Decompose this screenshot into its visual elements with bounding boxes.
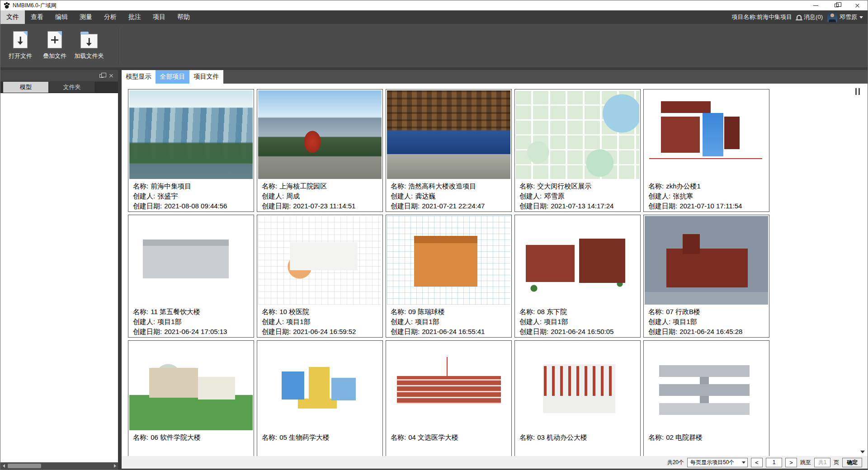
current-page-input[interactable]: 1	[766, 458, 782, 467]
restore-button[interactable]	[826, 0, 847, 10]
creator-label: 创建人:	[391, 318, 413, 325]
user-menu[interactable]: 邓雪原	[827, 12, 863, 22]
project-thumbnail	[645, 342, 768, 430]
project-info: 名称:07 行政B楼 创建人:项目1部 创建日期:2021-06-24 16:4…	[645, 305, 768, 337]
project-info: 名称:04 文选医学大楼	[387, 430, 510, 442]
project-card[interactable]: 名称:09 陈瑞球楼 创建人:项目1部 创建日期:2021-06-24 16:5…	[386, 215, 512, 338]
left-panel-hscrollbar[interactable]	[0, 462, 118, 470]
messages-button[interactable]: 消息(0)	[797, 13, 823, 21]
scroll-left-arrow-icon[interactable]	[0, 462, 7, 470]
project-thumbnail	[258, 342, 382, 430]
project-card[interactable]: 名称:10 校医院 创建人:项目1部 创建日期:2021-06-24 16:59…	[257, 215, 383, 338]
tab-model[interactable]: 模型	[3, 82, 48, 93]
project-card[interactable]: 名称:08 东下院 创建人:项目1部 创建日期:2021-06-24 16:50…	[514, 215, 641, 338]
tab-project-files[interactable]: 项目文件	[189, 70, 223, 84]
project-card[interactable]: 名称:04 文选医学大楼	[386, 340, 512, 456]
tab-model-display[interactable]: 模型显示	[122, 70, 156, 84]
menu-item-view[interactable]: 查看	[25, 10, 49, 24]
project-card[interactable]: 名称:前海中集项目 创建人:张盛宇 创建日期:2021-08-08 09:44:…	[128, 89, 254, 212]
date-label: 创建日期:	[391, 328, 420, 335]
project-card[interactable]: 名称:zkh办公楼1 创建人:张抗寒 创建日期:2021-07-10 17:11…	[643, 89, 769, 212]
creator-label: 创建人:	[262, 192, 284, 200]
pagination-bar: 共20个 每页显示项目50个 1 跳至 共1 页 确定	[122, 456, 868, 470]
project-info: 名称:前海中集项目 创建人:张盛宇 创建日期:2021-08-08 09:44:…	[129, 179, 253, 211]
project-card[interactable]: 名称:03 机动办公大楼	[514, 340, 641, 456]
project-thumbnail	[129, 90, 253, 179]
load-folder-button[interactable]: 加载文件夹	[72, 24, 106, 67]
menu-item-analyze[interactable]: 分析	[98, 10, 123, 24]
name-label: 名称:	[648, 182, 664, 190]
project-card[interactable]: 名称:浩然高科大楼改造项目 创建人:龚达巍 创建日期:2021-07-21 22…	[386, 89, 512, 212]
open-file-button[interactable]: 打开文件	[3, 24, 38, 67]
project-thumbnail	[645, 216, 768, 305]
name-label: 名称:	[262, 433, 277, 441]
project-card[interactable]: 名称:06 软件学院大楼	[128, 340, 254, 456]
name-label: 名称:	[519, 308, 535, 315]
hscroll-thumb[interactable]	[8, 464, 41, 468]
menu-item-annotate[interactable]: 批注	[123, 10, 147, 24]
project-card[interactable]: 名称:交大闵行校区展示 创建人:邓雪原 创建日期:2021-07-13 14:1…	[514, 89, 641, 212]
name-label: 名称:	[391, 308, 406, 315]
scrollbar-grip-icon[interactable]	[855, 88, 860, 95]
project-thumbnail	[129, 342, 253, 430]
project-name-label: 项目名称:前海中集项目	[731, 13, 792, 21]
project-card[interactable]: 名称:上海核工院园区 创建人:周成 创建日期:2021-07-23 11:14:…	[257, 89, 383, 212]
project-info: 名称:zkh办公楼1 创建人:张抗寒 创建日期:2021-07-10 17:11…	[645, 179, 768, 211]
project-info: 名称:08 东下院 创建人:项目1部 创建日期:2021-06-24 16:50…	[516, 305, 639, 337]
jump-page-input[interactable]: 共1	[814, 458, 830, 467]
project-thumbnail	[516, 216, 639, 305]
panel-splitter[interactable]	[118, 70, 122, 470]
project-thumbnail	[387, 342, 510, 430]
project-thumbnail	[516, 342, 639, 430]
overlay-file-icon	[47, 31, 62, 48]
menu-item-measure[interactable]: 测量	[74, 10, 98, 24]
tab-folder[interactable]: 文件夹	[49, 82, 94, 93]
project-name: 浩然高科大楼改造项目	[408, 182, 476, 190]
chevron-down-icon	[859, 16, 863, 19]
project-date: 2021-07-13 14:17:24	[551, 202, 613, 210]
project-date: 2021-06-24 16:45:28	[679, 328, 742, 335]
date-label: 创建日期:	[519, 202, 548, 210]
app-window: NMBIM6.0-广域网 文件 查看 编辑 测量 分析 批注 项目 帮助 项目名…	[0, 0, 868, 470]
model-tree-panel[interactable]	[0, 93, 118, 462]
hscroll-track[interactable]	[7, 462, 112, 470]
project-name: 03 机动办公大楼	[537, 433, 587, 441]
project-name: 05 生物药学大楼	[279, 433, 330, 441]
next-page-button[interactable]	[785, 458, 797, 467]
project-creator: 张盛宇	[157, 192, 178, 200]
project-card[interactable]: 名称:02 电院群楼	[643, 340, 769, 456]
menu-item-project[interactable]: 项目	[147, 10, 171, 24]
overlay-file-button[interactable]: 叠加文件	[38, 24, 72, 67]
page-size-select[interactable]: 每页显示项目50个	[687, 458, 748, 467]
project-grid: 名称:前海中集项目 创建人:张盛宇 创建日期:2021-08-08 09:44:…	[122, 84, 868, 456]
date-label: 创建日期:	[262, 202, 291, 210]
menubar-right: 项目名称:前海中集项目 消息(0) 邓雪原	[731, 10, 868, 24]
project-card[interactable]: 名称:05 生物药学大楼	[257, 340, 383, 456]
menu-item-help[interactable]: 帮助	[171, 10, 196, 24]
confirm-button[interactable]: 确定	[842, 458, 862, 467]
project-date: 2021-06-24 16:50:05	[551, 328, 613, 335]
date-label: 创建日期:	[262, 328, 291, 335]
project-name: 上海核工院园区	[279, 182, 327, 190]
project-info: 名称:06 软件学院大楼	[129, 430, 253, 442]
tab-all-projects[interactable]: 全部项目	[156, 70, 189, 84]
project-card[interactable]: 名称:07 行政B楼 创建人:项目1部 创建日期:2021-06-24 16:4…	[643, 215, 769, 338]
project-card[interactable]: 名称:11 第五餐饮大楼 创建人:项目1部 创建日期:2021-06-24 17…	[128, 215, 254, 338]
scroll-down-arrow-icon[interactable]	[860, 451, 865, 453]
scroll-right-arrow-icon[interactable]	[112, 462, 118, 470]
menu-item-file[interactable]: 文件	[0, 10, 25, 24]
close-button[interactable]	[847, 0, 868, 10]
left-dock-panel: 模型 文件夹	[0, 70, 118, 470]
project-date: 2021-08-08 09:44:56	[164, 202, 227, 210]
prev-page-button[interactable]	[751, 458, 763, 467]
project-info: 名称:11 第五餐饮大楼 创建人:项目1部 创建日期:2021-06-24 17…	[129, 305, 253, 337]
project-info: 名称:10 校医院 创建人:项目1部 创建日期:2021-06-24 16:59…	[258, 305, 382, 337]
menu-item-edit[interactable]: 编辑	[49, 10, 74, 24]
project-date: 2021-07-23 11:14:51	[293, 202, 355, 210]
close-panel-icon[interactable]	[109, 74, 113, 78]
creator-label: 创建人:	[648, 318, 670, 325]
open-file-icon	[13, 31, 28, 48]
minimize-button[interactable]	[805, 0, 826, 10]
float-panel-icon[interactable]	[99, 74, 104, 78]
name-label: 名称:	[391, 182, 406, 190]
